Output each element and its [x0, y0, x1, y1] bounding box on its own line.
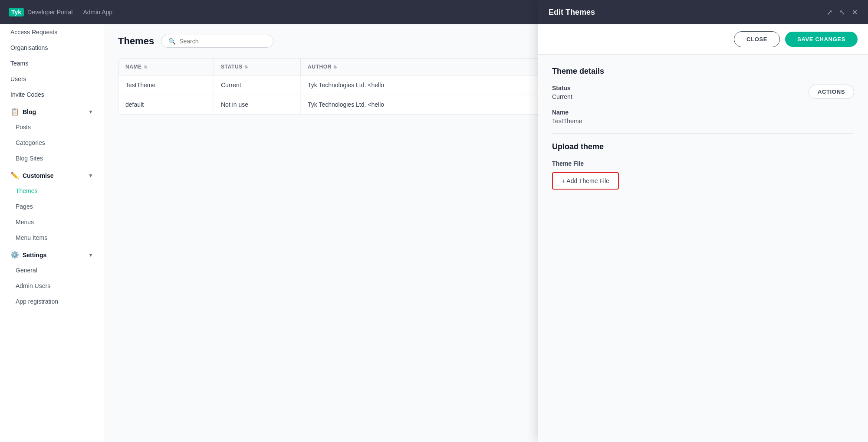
sidebar-label-admin-users: Admin Users	[16, 282, 50, 289]
sort-author-icon: ⇅	[333, 65, 337, 69]
customise-icon: ✏️	[10, 171, 19, 180]
sidebar-label-themes: Themes	[16, 187, 38, 194]
cell-name-0: TestTheme	[118, 75, 214, 95]
name-value: TestTheme	[552, 118, 854, 124]
settings-icon: ⚙️	[10, 251, 19, 259]
sidebar-label-customise: Customise	[23, 172, 54, 179]
sidebar-item-menus[interactable]: Menus	[0, 214, 104, 230]
name-label: Name	[552, 109, 854, 116]
edit-panel-header: Edit Themes ⤢ ⤡ ✕	[538, 0, 868, 24]
sidebar-item-app-registration[interactable]: App registration	[0, 294, 104, 309]
blog-icon: 📋	[10, 108, 19, 116]
sidebar-label-settings: Settings	[23, 252, 46, 259]
sidebar-label-app-registration: App registration	[16, 298, 58, 305]
sidebar-section-settings[interactable]: ⚙️ Settings ▼	[0, 246, 104, 262]
col-status: STATUS ⇅	[214, 59, 301, 75]
edit-panel: Edit Themes ⤢ ⤡ ✕ CLOSE SAVE CHANGES The…	[538, 0, 868, 442]
theme-file-label: Theme File	[552, 160, 854, 167]
app-name: Admin App	[83, 9, 112, 16]
tyk-logo-icon: Tyk	[9, 8, 24, 16]
sidebar-label-categories: Categories	[16, 139, 45, 146]
sidebar-item-general[interactable]: General	[0, 262, 104, 278]
close-button[interactable]: CLOSE	[734, 31, 780, 47]
sidebar-label-menus: Menus	[16, 219, 34, 226]
cell-status-1: Not in use	[214, 95, 301, 114]
sidebar-section-blog[interactable]: 📋 Blog ▼	[0, 102, 104, 119]
edit-panel-toolbar: CLOSE SAVE CHANGES	[538, 24, 868, 55]
add-theme-file-button[interactable]: + Add Theme File	[552, 172, 619, 190]
section-divider	[552, 133, 854, 134]
sidebar-label-blog-sites: Blog Sites	[16, 155, 43, 162]
theme-details-section: Theme details Status Current ACTIONS Nam…	[552, 67, 854, 124]
sidebar-item-categories[interactable]: Categories	[0, 135, 104, 151]
cell-name-1: default	[118, 95, 214, 114]
status-field-row: Status Current ACTIONS	[552, 85, 854, 100]
theme-details-title: Theme details	[552, 67, 854, 76]
close-panel-icon[interactable]: ✕	[852, 8, 858, 16]
sort-name-icon: ⇅	[144, 65, 148, 69]
col-name: NAME ⇅	[118, 59, 214, 75]
sort-status-icon: ⇅	[244, 65, 248, 69]
name-field: Name TestTheme	[552, 109, 854, 124]
sidebar-item-teams[interactable]: Teams	[0, 56, 104, 71]
sidebar-section-customise[interactable]: ✏️ Customise ▼	[0, 166, 104, 183]
sidebar-item-posts[interactable]: Posts	[0, 119, 104, 135]
cell-status-0: Current	[214, 75, 301, 95]
edit-panel-title: Edit Themes	[549, 8, 595, 17]
sidebar-label-menu-items: Menu Items	[16, 234, 47, 241]
logo: Tyk Developer Portal	[9, 8, 72, 16]
sidebar-label-access-requests: Access Requests	[10, 29, 57, 36]
sidebar-label-teams: Teams	[10, 60, 28, 67]
sidebar-item-admin-users[interactable]: Admin Users	[0, 278, 104, 294]
save-changes-button[interactable]: SAVE CHANGES	[785, 32, 858, 47]
sidebar-label-organisations: Organisations	[10, 44, 48, 51]
page-title: Themes	[118, 36, 154, 47]
customise-chevron-icon: ▼	[88, 173, 93, 179]
upload-theme-title: Upload theme	[552, 142, 854, 151]
search-box: 🔍	[161, 35, 273, 48]
sidebar-item-organisations[interactable]: Organisations	[0, 40, 104, 56]
portal-text: Developer Portal	[27, 9, 72, 16]
sidebar-label-posts: Posts	[16, 124, 31, 131]
sidebar-item-blog-sites[interactable]: Blog Sites	[0, 151, 104, 166]
sidebar-label-blog: Blog	[23, 108, 36, 115]
search-input[interactable]	[179, 38, 266, 45]
search-icon: 🔍	[168, 38, 176, 45]
upload-theme-section: Upload theme Theme File + Add Theme File	[552, 142, 854, 190]
edit-panel-header-icons: ⤢ ⤡ ✕	[827, 8, 858, 16]
external-link-icon[interactable]: ⤢	[827, 8, 832, 16]
sidebar-label-general: General	[16, 267, 37, 274]
sidebar-item-users[interactable]: Users	[0, 71, 104, 87]
blog-chevron-icon: ▼	[88, 109, 93, 115]
expand-icon[interactable]: ⤡	[839, 8, 845, 16]
settings-chevron-icon: ▼	[88, 252, 93, 258]
sidebar: Access Requests Organisations Teams User…	[0, 24, 104, 442]
status-value: Current	[552, 93, 572, 100]
sidebar-item-invite-codes[interactable]: Invite Codes	[0, 87, 104, 102]
edit-panel-content: Theme details Status Current ACTIONS Nam…	[538, 55, 868, 442]
status-label: Status	[552, 85, 572, 92]
actions-button[interactable]: ACTIONS	[809, 85, 854, 99]
sidebar-item-pages[interactable]: Pages	[0, 199, 104, 214]
sidebar-item-themes[interactable]: Themes	[0, 183, 104, 199]
sidebar-label-pages: Pages	[16, 203, 33, 210]
sidebar-label-users: Users	[10, 75, 26, 82]
sidebar-item-menu-items[interactable]: Menu Items	[0, 230, 104, 246]
status-field: Status Current	[552, 85, 572, 100]
sidebar-item-access-requests[interactable]: Access Requests	[0, 24, 104, 40]
sidebar-label-invite-codes: Invite Codes	[10, 91, 44, 98]
